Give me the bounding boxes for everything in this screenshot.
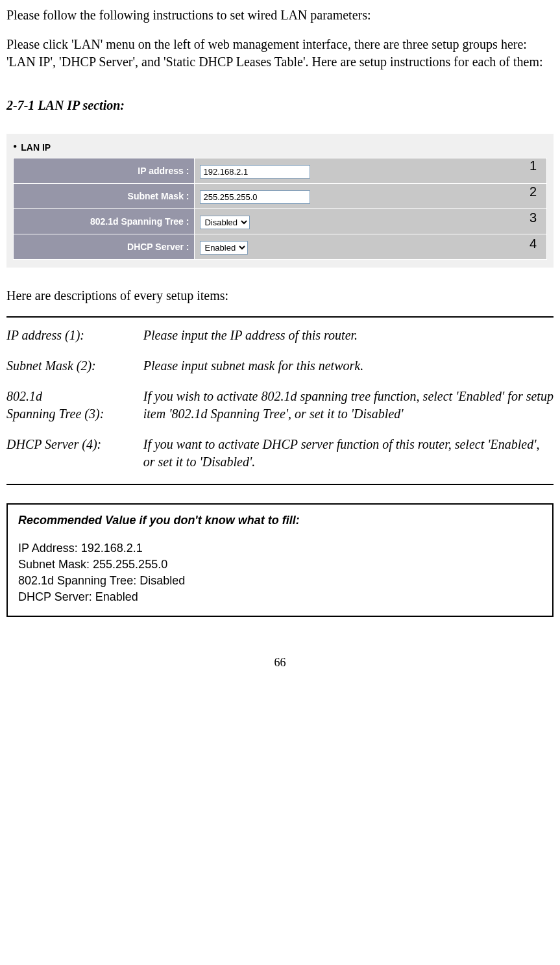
config-table: IP address : Subnet Mask : 802.1d Spanni… bbox=[13, 158, 547, 260]
label-subnet-mask: Subnet Mask : bbox=[14, 184, 195, 209]
intro-paragraph-1: Please follow the following instructions… bbox=[6, 6, 554, 24]
desc-term-ip: IP address (1): bbox=[6, 327, 143, 357]
label-spanning-tree: 802.1d Spanning Tree : bbox=[14, 209, 195, 234]
annotation-1: 1 bbox=[530, 158, 537, 173]
rec-ip: IP Address: 192.168.2.1 bbox=[18, 542, 542, 555]
rec-dhcp: DHCP Server: Enabled bbox=[18, 590, 542, 604]
page-number: 66 bbox=[6, 656, 554, 670]
label-ip-address: IP address : bbox=[14, 158, 195, 184]
spanning-tree-select[interactable]: Disabled bbox=[200, 216, 250, 229]
subnet-mask-input[interactable] bbox=[200, 190, 310, 204]
desc-term-subnet: Subnet Mask (2): bbox=[6, 357, 143, 388]
rec-subnet: Subnet Mask: 255.255.255.0 bbox=[18, 558, 542, 571]
config-row-spanning-tree: 802.1d Spanning Tree : Disabled bbox=[14, 209, 547, 234]
desc-def-spanning: If you wish to activate 802.1d spanning … bbox=[143, 388, 554, 436]
desc-intro: Here are descriptions of every setup ite… bbox=[6, 287, 554, 305]
desc-term-dhcp: DHCP Server (4): bbox=[6, 436, 143, 475]
config-row-dhcp: DHCP Server : Enabled bbox=[14, 234, 547, 260]
desc-def-ip: Please input the IP address of this rout… bbox=[143, 327, 554, 357]
descriptions-table: IP address (1): Please input the IP addr… bbox=[6, 327, 554, 475]
label-dhcp-server: DHCP Server : bbox=[14, 234, 195, 260]
annotation-4: 4 bbox=[530, 236, 537, 251]
desc-term-spanning: 802.1dSpanning Tree (3): bbox=[6, 388, 143, 436]
lan-ip-screenshot: •LAN IP IP address : Subnet Mask : 802.1… bbox=[6, 134, 554, 268]
bullet-icon: • bbox=[13, 140, 17, 153]
section-heading: 2-7-1 LAN IP section: bbox=[6, 97, 554, 114]
divider-top bbox=[6, 316, 554, 318]
lan-ip-heading: LAN IP bbox=[21, 142, 51, 153]
rec-spanning: 802.1d Spanning Tree: Disabled bbox=[18, 574, 542, 588]
config-row-ip: IP address : bbox=[14, 158, 547, 184]
dhcp-server-select[interactable]: Enabled bbox=[200, 241, 248, 255]
intro-paragraph-2: Please click 'LAN' menu on the left of w… bbox=[6, 36, 554, 71]
config-row-subnet: Subnet Mask : bbox=[14, 184, 547, 209]
desc-def-subnet: Please input subnet mask for this networ… bbox=[143, 357, 554, 388]
divider-bottom bbox=[6, 484, 554, 485]
recommended-box: Recommended Value if you don't know what… bbox=[6, 503, 554, 617]
desc-def-dhcp: If you want to activate DHCP server func… bbox=[143, 436, 554, 475]
recommended-heading: Recommended Value if you don't know what… bbox=[18, 514, 542, 527]
annotation-2: 2 bbox=[530, 184, 537, 199]
ip-address-input[interactable] bbox=[200, 165, 310, 179]
annotation-3: 3 bbox=[530, 210, 537, 225]
